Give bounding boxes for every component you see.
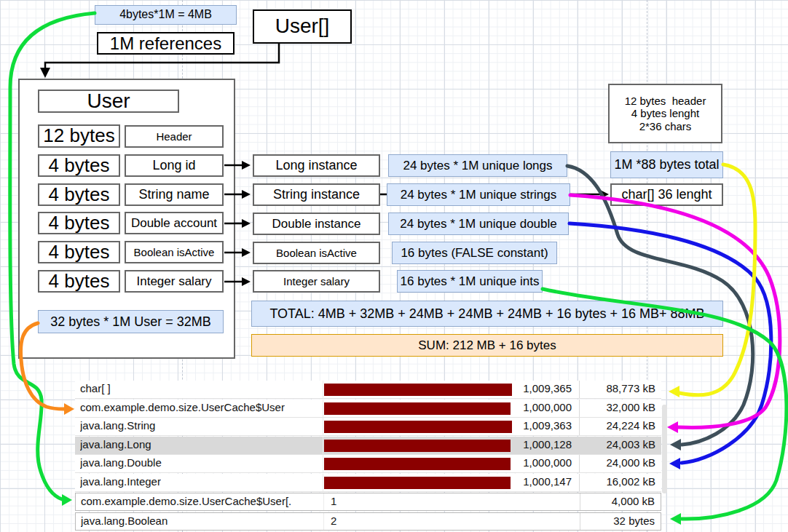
arrowhead-down: [40, 68, 50, 78]
instance-count: 2: [331, 515, 336, 527]
instance-integer[interactable]: Integer salary: [253, 270, 380, 293]
breakdown-line-2: 4 bytes lenght: [631, 107, 699, 119]
table-row-double[interactable]: java.lang.Double 1,000,000 24,000 kB: [75, 455, 661, 473]
table-row-long-selected[interactable]: java.lang.Long 1,000,128 24,003 kB: [75, 437, 661, 455]
instance-count: 1,000,000: [523, 456, 572, 469]
count-bar: [324, 458, 511, 470]
table-scrollbar[interactable]: [662, 405, 667, 493]
char-array-box[interactable]: char[] 36 lenght: [610, 183, 723, 206]
field-size-double[interactable]: 4 bytes: [38, 212, 120, 234]
field-size-boolean[interactable]: 4 bytes: [38, 241, 120, 263]
size-value: 32 bytes: [613, 515, 655, 527]
size-value: 24,224 kB: [606, 419, 655, 432]
count-bar: [324, 402, 511, 415]
note-longs[interactable]: 24 bytes * 1M unique longs: [388, 154, 567, 177]
instance-count: 1: [331, 495, 336, 507]
size-value: 32,000 kB: [606, 401, 655, 413]
instance-count: 1,000,000: [523, 401, 572, 413]
size-value: 24,000 kB: [606, 456, 655, 469]
class-name: com.example.demo.size.UserCache$User: [80, 401, 285, 413]
references-size-box[interactable]: 4bytes*1M = 4MB: [95, 5, 237, 25]
user-footprint-box[interactable]: 32 bytes * 1M User = 32MB: [38, 310, 224, 333]
class-name: java.lang.Integer: [80, 475, 161, 488]
instance-long[interactable]: Long instance: [253, 154, 380, 177]
user-array-box[interactable]: User[]: [253, 9, 352, 44]
class-name: com.example.demo.size.UserCache$User[.: [81, 495, 291, 507]
class-name: java.lang.Double: [80, 456, 162, 469]
count-bar: [324, 384, 512, 396]
table-row-user-array[interactable]: com.example.demo.size.UserCache$User[. 1…: [75, 493, 661, 511]
count-bar: [324, 440, 511, 452]
instance-count: 1,000,128: [523, 438, 572, 450]
table-row-char-array[interactable]: char[ ] 1,009,365 88,773 kB: [75, 381, 661, 399]
note-boolean[interactable]: 16 bytes (FALSE constant): [392, 242, 557, 264]
note-ints[interactable]: 16 bytes * 1M unique ints: [397, 270, 543, 293]
size-value: 88,773 kB: [606, 382, 655, 394]
field-size-long[interactable]: 4 bytes: [38, 154, 120, 177]
note-doubles[interactable]: 24 bytes * 1M unique double: [388, 213, 569, 235]
count-bar: [324, 421, 512, 433]
table-row-boolean[interactable]: java.lang.Boolean 2 32 bytes: [75, 512, 661, 531]
sum-box[interactable]: SUM: 212 MB + 16 bytes: [251, 334, 723, 357]
field-name-double[interactable]: Double account: [125, 212, 224, 234]
field-name-string[interactable]: String name: [125, 183, 224, 206]
field-name-long[interactable]: Long id: [125, 154, 224, 177]
total-box[interactable]: TOTAL: 4MB + 32MB + 24MB + 24MB + 24MB +…: [251, 301, 723, 327]
breakdown-line-3: 2*36 chars: [639, 120, 692, 132]
size-value: 4,000 kB: [612, 495, 655, 507]
count-bar: [324, 477, 511, 489]
instance-count: 1,009,363: [523, 419, 572, 432]
instance-boolean[interactable]: Boolean isActive: [253, 242, 380, 264]
instance-double[interactable]: Double instance: [253, 213, 380, 235]
size-value: 16,002 kB: [606, 475, 655, 488]
note-strings[interactable]: 24 bytes * 1M unique strings: [387, 183, 570, 206]
table-row-user[interactable]: com.example.demo.size.UserCache$User 1,0…: [75, 400, 661, 418]
profiler-table[interactable]: char[ ] 1,009,365 88,773 kB com.example.…: [75, 381, 661, 531]
field-size-integer[interactable]: 4 bytes: [38, 270, 120, 293]
size-value: 24,003 kB: [606, 438, 655, 450]
instance-count: 1,009,365: [523, 382, 572, 394]
class-name: java.lang.String: [80, 419, 155, 432]
field-size-string[interactable]: 4 bytes: [38, 183, 120, 206]
diagram-canvas: 4bytes*1M = 4MB 1M references User[] Use…: [0, 0, 788, 532]
breakdown-line-1: 12 bytes header: [625, 95, 706, 107]
class-name: java.lang.Boolean: [81, 515, 168, 527]
field-size-header[interactable]: 12 bytes: [38, 124, 120, 148]
references-count-box[interactable]: 1M references: [97, 32, 235, 55]
char-array-total-box[interactable]: 1M *88 bytes total: [610, 151, 723, 178]
field-name-boolean[interactable]: Boolean isActive: [125, 241, 224, 263]
instance-string[interactable]: String instance: [253, 183, 380, 206]
char-array-breakdown-box[interactable]: 12 bytes header 4 bytes lenght 2*36 char…: [608, 84, 722, 143]
class-name: java.lang.Long: [80, 438, 151, 450]
instance-count: 1,000,147: [523, 475, 572, 488]
table-row-string[interactable]: java.lang.String 1,009,363 24,224 kB: [75, 418, 661, 436]
table-row-integer[interactable]: java.lang.Integer 1,000,147 16,002 kB: [75, 474, 661, 492]
user-title-box[interactable]: User: [38, 90, 179, 113]
class-name: char[ ]: [80, 382, 111, 394]
field-name-header[interactable]: Header: [125, 125, 224, 148]
field-name-integer[interactable]: Integer salary: [125, 270, 224, 293]
